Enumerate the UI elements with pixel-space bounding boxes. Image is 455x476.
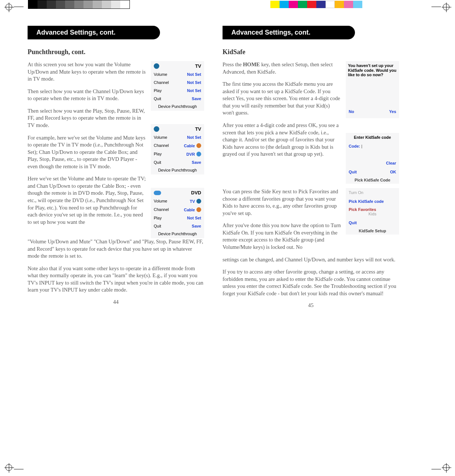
screen-footer: KidSafe Setup <box>346 227 399 235</box>
no-option: No <box>349 109 354 114</box>
cable-icon <box>196 207 201 212</box>
quit-option: Quit <box>349 221 357 225</box>
body-text: At this screen you set how you want the … <box>28 61 147 238</box>
screenshot-punchthrough-tv-notset: TV VolumeNot Set ChannelNot Set PlayNot … <box>151 61 204 111</box>
reg-target-icon <box>6 464 12 472</box>
tv-icon <box>154 63 159 69</box>
paragraph: If you try to access any other favorite … <box>223 268 399 297</box>
screenshot-punchthrough-tv-set: TV VolumeNot Set ChannelCable PlayDVR Qu… <box>151 124 204 174</box>
device-title: TV <box>195 126 201 132</box>
row-label: Channel <box>154 207 169 212</box>
row-label: Quit <box>154 96 161 101</box>
row-value: Not Set <box>187 135 202 140</box>
paragraph: Here we've set the Volume and Mute to op… <box>28 175 147 226</box>
body-text: "Volume Up/Down and Mute" "Chan Up/Down"… <box>28 238 204 294</box>
section-badge: Advanced Settings, cont. <box>28 26 160 39</box>
prompt-text: You haven't set up your KidSafe code. Wo… <box>346 61 399 78</box>
reg-line <box>14 469 24 469</box>
dvd-icon <box>154 191 161 195</box>
row-value: Not Set <box>187 88 202 93</box>
paragraph: At this screen you set how you want the … <box>28 61 147 83</box>
row-label: Play <box>154 216 161 220</box>
row-label: Volume <box>154 72 167 77</box>
row-value: Not Set <box>187 72 202 77</box>
color-bar <box>270 1 362 8</box>
page-44: Advanced Settings, cont. Punchthrough, c… <box>28 26 204 308</box>
row-value: Cable <box>184 144 195 148</box>
body-text: You can press the Side Key next to Pick … <box>223 188 342 256</box>
row-label: Quit <box>154 224 161 228</box>
cable-icon <box>196 143 201 148</box>
pick-favorites-option: Pick Favorites <box>349 207 376 212</box>
page-number: 44 <box>28 299 204 305</box>
reg-target-icon <box>6 4 12 12</box>
paragraph: After you've done this you now have the … <box>223 222 342 251</box>
clear-option: Clear <box>386 161 396 165</box>
body-text: Press the HOME key, then select Setup, t… <box>223 61 342 184</box>
row-value: Save <box>192 160 201 165</box>
paragraph: Press the HOME key, then select Setup, t… <box>223 61 342 75</box>
section-badge: Advanced Settings, cont. <box>223 26 355 39</box>
paragraph: settings can be changed, and Channel Up/… <box>223 256 399 264</box>
page-number: 45 <box>223 302 399 308</box>
tv-icon <box>196 199 201 204</box>
reg-target-icon <box>443 4 449 12</box>
device-title: TV <box>195 63 201 69</box>
row-value: Save <box>192 96 201 101</box>
paragraph: Note also that if you want some other ke… <box>28 265 204 294</box>
ok-option: OK <box>390 170 397 174</box>
pick-code-option: Pick KidSafe code <box>349 199 384 204</box>
row-label: Channel <box>154 143 169 148</box>
paragraph: "Volume Up/Down and Mute" "Chan Up/Down"… <box>28 238 204 260</box>
code-label: Code: <box>349 144 360 148</box>
row-label: Volume <box>154 199 167 204</box>
row-label: Channel <box>154 80 169 85</box>
page-45: Advanced Settings, cont. KidSafe Press t… <box>223 26 399 308</box>
row-label: Volume <box>154 135 167 140</box>
screenshot-column: TV VolumeNot Set ChannelNot Set PlayNot … <box>151 61 204 238</box>
row-label: Play <box>154 88 161 93</box>
reg-line <box>431 469 441 469</box>
paragraph: Then select how you want the Channel Up/… <box>28 88 147 102</box>
row-value: Not Set <box>187 80 202 85</box>
screenshot-footer: Device Punchthrough <box>151 103 204 111</box>
row-value: TV <box>190 199 195 204</box>
body-text: settings can be changed, and Channel Up/… <box>223 256 399 297</box>
screenshot-column: Turn On Pick KidSafe code Pick Favorites… <box>346 188 399 256</box>
screenshot-footer: Device Punchthrough <box>151 230 204 238</box>
row-value: Cable <box>184 208 195 212</box>
cursor-icon: | <box>361 144 362 148</box>
screenshot-punchthrough-dvd: DVD VolumeTV ChannelCable PlayNot Set Qu… <box>151 188 204 238</box>
reg-line <box>431 7 441 7</box>
paragraph: After you enter a 4-digit code and press… <box>223 122 342 158</box>
section-heading: Punchthrough, cont. <box>28 48 204 56</box>
device-title: DVD <box>191 190 201 195</box>
kids-group: Kids <box>369 212 376 216</box>
row-label: Play <box>154 152 161 156</box>
reg-line <box>14 7 24 7</box>
screenshot-footer: Device Punchthrough <box>151 166 204 174</box>
yes-option: Yes <box>389 109 396 114</box>
paragraph: Then select how you want the Play, Stop,… <box>28 107 147 129</box>
paragraph: For example, here we've set the Volume a… <box>28 134 147 170</box>
screen-footer: Pick KidSafe Code <box>346 176 399 184</box>
screenshot-kidsafe-setup: Turn On Pick KidSafe code Pick Favorites… <box>346 188 399 235</box>
quit-option: Quit <box>349 170 357 174</box>
row-value: Not Set <box>187 216 202 220</box>
screenshot-kidsafe-prompt: You haven't set up your KidSafe code. Wo… <box>346 61 399 118</box>
screenshot-column: You haven't set up your KidSafe code. Wo… <box>346 61 399 184</box>
row-value: Save <box>192 224 201 228</box>
reg-target-icon <box>443 464 449 472</box>
row-label: Quit <box>154 160 161 165</box>
grayscale-bar <box>28 0 130 9</box>
screen-header: Enter KidSafe code <box>346 133 399 142</box>
paragraph: You can press the Side Key next to Pick … <box>223 188 342 217</box>
screenshot-enter-code: Enter KidSafe code Code: | Clear QuitOK … <box>346 133 399 184</box>
section-heading: KidSafe <box>223 48 399 56</box>
paragraph: The first time you access the KidSafe me… <box>223 81 342 117</box>
tv-icon <box>154 126 159 132</box>
row-value: DVR <box>186 152 195 156</box>
turn-on-option: Turn On <box>349 190 363 195</box>
dvr-icon <box>196 152 201 156</box>
